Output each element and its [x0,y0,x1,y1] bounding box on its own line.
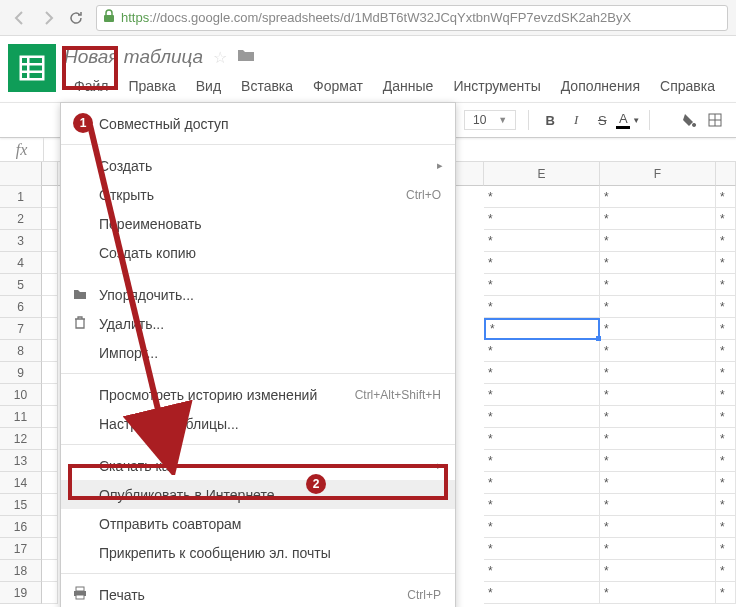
row-header[interactable]: 9 [0,362,42,384]
cell[interactable] [42,582,58,604]
row-header[interactable]: 15 [0,494,42,516]
cell[interactable]: * [716,296,736,318]
menu-open[interactable]: Открыть Ctrl+O [61,180,455,209]
col-header-a[interactable] [42,162,58,186]
cell[interactable]: * [600,318,716,340]
menu-data[interactable]: Данные [373,74,444,98]
cell[interactable]: * [600,428,716,450]
cell[interactable]: * [716,560,736,582]
cell[interactable] [42,384,58,406]
row-header[interactable]: 2 [0,208,42,230]
cell[interactable]: * [716,340,736,362]
text-color-button[interactable]: A ▼ [617,109,639,131]
cell[interactable]: * [716,428,736,450]
folder-icon[interactable] [237,47,255,67]
row-header[interactable]: 4 [0,252,42,274]
row-header[interactable]: 10 [0,384,42,406]
fill-color-button[interactable] [678,109,700,131]
row-header[interactable]: 14 [0,472,42,494]
cell[interactable] [42,406,58,428]
cell[interactable]: * [600,296,716,318]
fx-label[interactable]: fx [0,138,44,161]
cell[interactable]: * [600,516,716,538]
select-all-cell[interactable] [0,162,42,186]
cell[interactable]: * [484,296,600,318]
menu-print[interactable]: Печать Ctrl+P [61,580,455,607]
row-header[interactable]: 18 [0,560,42,582]
cell[interactable]: * [716,318,736,340]
cell[interactable]: * [716,538,736,560]
cell[interactable]: * [484,582,600,604]
cell[interactable]: * [716,516,736,538]
cell[interactable]: * [484,560,600,582]
row-header[interactable]: 16 [0,516,42,538]
menu-revision[interactable]: Просмотреть историю изменений Ctrl+Alt+S… [61,380,455,409]
cell[interactable]: * [716,406,736,428]
cell[interactable]: * [484,318,600,340]
menu-attach-email[interactable]: Прикрепить к сообщению эл. почты [61,538,455,567]
cell[interactable] [42,296,58,318]
cell[interactable]: * [600,560,716,582]
star-icon[interactable]: ☆ [213,48,227,67]
cell[interactable]: * [484,340,600,362]
col-header-e[interactable]: E [484,162,600,186]
borders-button[interactable] [704,109,726,131]
forward-button[interactable] [36,6,60,30]
row-header[interactable]: 19 [0,582,42,604]
menu-new[interactable]: Создать [61,151,455,180]
row-header[interactable]: 8 [0,340,42,362]
cell[interactable]: * [600,274,716,296]
row-header[interactable]: 3 [0,230,42,252]
row-header[interactable]: 11 [0,406,42,428]
cell[interactable]: * [600,406,716,428]
cell[interactable]: * [484,472,600,494]
menu-format[interactable]: Формат [303,74,373,98]
document-title[interactable]: Новая таблица [64,46,203,68]
col-header-f[interactable]: F [600,162,716,186]
reload-button[interactable] [64,6,88,30]
cell[interactable]: * [716,384,736,406]
menu-help[interactable]: Справка [650,74,725,98]
cell[interactable] [42,450,58,472]
menu-view[interactable]: Вид [186,74,231,98]
cell[interactable] [42,274,58,296]
cell[interactable]: * [600,208,716,230]
cell[interactable]: * [716,186,736,208]
cell[interactable]: * [600,472,716,494]
back-button[interactable] [8,6,32,30]
menu-import[interactable]: Импорт... [61,338,455,367]
cell[interactable] [42,494,58,516]
menu-publish[interactable]: Опубликовать в Интернете... [61,480,455,509]
cell[interactable]: * [716,494,736,516]
cell[interactable] [42,472,58,494]
cell[interactable]: * [716,230,736,252]
row-header[interactable]: 7 [0,318,42,340]
menu-insert[interactable]: Вставка [231,74,303,98]
cell[interactable] [42,362,58,384]
cell[interactable] [42,428,58,450]
menu-email-collab[interactable]: Отправить соавторам [61,509,455,538]
cell[interactable]: * [716,450,736,472]
cell[interactable]: * [600,450,716,472]
cell[interactable]: * [484,252,600,274]
cell[interactable]: * [600,230,716,252]
cell[interactable]: * [484,406,600,428]
cell[interactable] [42,230,58,252]
col-header-g[interactable] [716,162,736,186]
row-header[interactable]: 5 [0,274,42,296]
cell[interactable]: * [600,186,716,208]
cell[interactable]: * [716,252,736,274]
cell[interactable]: * [716,362,736,384]
cell[interactable] [42,340,58,362]
cell[interactable]: * [600,252,716,274]
cell[interactable]: * [600,340,716,362]
menu-delete[interactable]: Удалить... [61,309,455,338]
cell[interactable] [42,186,58,208]
cell[interactable] [42,318,58,340]
menu-addons[interactable]: Дополнения [551,74,650,98]
cell[interactable]: * [484,186,600,208]
cell[interactable]: * [484,274,600,296]
row-header[interactable]: 1 [0,186,42,208]
row-header[interactable]: 12 [0,428,42,450]
cell[interactable]: * [716,274,736,296]
